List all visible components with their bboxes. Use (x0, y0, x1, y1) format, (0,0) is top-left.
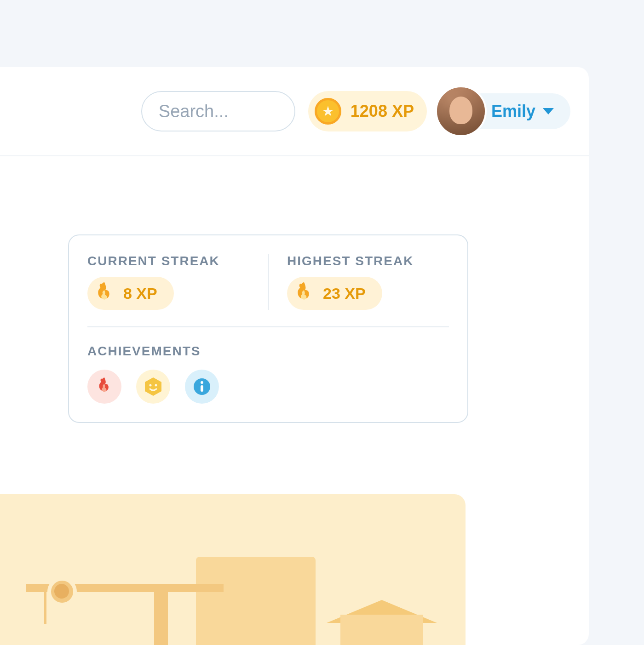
header: 1208 XP Emily (0, 67, 589, 156)
achievement-badge-info[interactable] (185, 370, 219, 404)
highest-streak-block: HIGHEST STREAK 23 XP (269, 254, 449, 310)
svg-rect-5 (201, 385, 203, 392)
main-panel: 1208 XP Emily CURRENT STREAK 8 XP (0, 67, 589, 645)
svg-point-2 (155, 384, 157, 387)
xp-pill[interactable]: 1208 XP (308, 91, 427, 131)
achievements-row (87, 370, 449, 404)
user-name-label: Emily (491, 102, 535, 121)
info-icon (193, 377, 211, 396)
current-streak-block: CURRENT STREAK 8 XP (87, 254, 268, 310)
highest-streak-pill: 23 XP (287, 277, 382, 310)
smile-hexagon-icon (143, 377, 163, 397)
achievements-label: ACHIEVEMENTS (87, 344, 449, 359)
flame-icon (294, 282, 314, 304)
illustration-banner (0, 494, 466, 645)
divider (87, 326, 449, 327)
svg-point-4 (201, 381, 203, 384)
chevron-down-icon (543, 108, 554, 114)
stats-card: CURRENT STREAK 8 XP HIGHEST STREAK (68, 234, 468, 423)
star-icon (322, 105, 334, 118)
avatar (435, 86, 487, 137)
stats-row: CURRENT STREAK 8 XP HIGHEST STREAK (87, 254, 449, 310)
highest-streak-value: 23 XP (323, 285, 366, 303)
coin-icon (315, 98, 341, 125)
achievement-badge-fire[interactable] (87, 370, 121, 404)
user-menu[interactable]: Emily (435, 86, 570, 137)
search-input[interactable] (141, 91, 295, 131)
svg-point-1 (150, 384, 152, 387)
flame-icon (95, 282, 114, 304)
current-streak-label: CURRENT STREAK (87, 254, 249, 268)
highest-streak-label: HIGHEST STREAK (287, 254, 449, 268)
achievement-badge-smile[interactable] (136, 370, 170, 404)
current-streak-pill: 8 XP (87, 277, 174, 310)
flame-icon (97, 377, 112, 396)
xp-value: 1208 XP (351, 102, 414, 121)
svg-marker-0 (145, 377, 161, 396)
current-streak-value: 8 XP (123, 285, 157, 303)
